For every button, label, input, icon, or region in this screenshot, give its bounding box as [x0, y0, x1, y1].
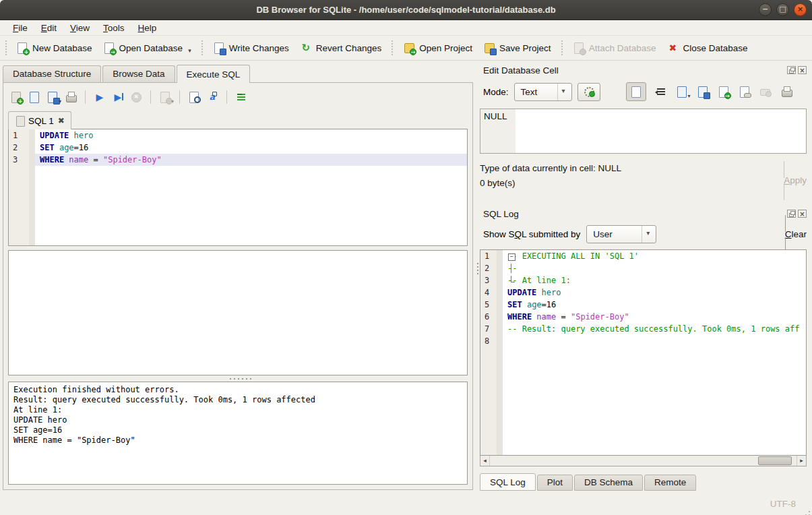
scroll-left-arrow-icon[interactable]: ◂: [480, 456, 490, 466]
save-cell-data-button[interactable]: [697, 86, 709, 98]
right-pane: Edit Database Cell Mode: Text ▾: [480, 61, 812, 494]
filter-label: Show SQL submitted by: [483, 229, 580, 239]
undock-panel-icon[interactable]: [787, 210, 796, 218]
results-message-splitter[interactable]: [8, 375, 468, 382]
menu-file[interactable]: File: [7, 22, 34, 34]
word-wrap-cell-button[interactable]: [655, 86, 667, 98]
scroll-right-arrow-icon[interactable]: ▸: [797, 456, 806, 466]
sql-log-view[interactable]: 1-- EXECUTING ALL IN 'SQL 1'2--3-- At li…: [480, 249, 807, 456]
open-project-button[interactable]: → Open Project: [398, 39, 478, 57]
open-sql-tab-button[interactable]: +: [10, 91, 22, 103]
window-title: DB Browser for SQLite - /home/user/code/…: [0, 5, 812, 15]
import-dropdown-caret-icon[interactable]: ▾: [688, 93, 691, 99]
open-sql-file-icon: [28, 91, 40, 103]
undock-panel-icon[interactable]: [787, 66, 796, 74]
mode-select[interactable]: Text: [514, 83, 572, 101]
statusbar: UTF-8: [0, 494, 812, 515]
save-sql-dropdown-caret-icon[interactable]: ▾: [59, 98, 61, 104]
save-project-button[interactable]: Save Project: [478, 39, 557, 57]
open-in-external-button[interactable]: [739, 86, 751, 98]
minimize-button[interactable]: −: [759, 3, 772, 16]
tab-database-structure[interactable]: Database Structure: [3, 65, 101, 82]
toolbar-drag-handle[interactable]: [5, 40, 8, 55]
code-line: 1-- EXECUTING ALL IN 'SQL 1': [480, 250, 806, 262]
revert-changes-button[interactable]: ↻ Revert Changes: [294, 39, 387, 57]
apply-cell-changes-button[interactable]: [577, 83, 600, 101]
export-cell-data-button[interactable]: →: [718, 86, 730, 98]
execute-all-button[interactable]: ▶: [94, 91, 106, 103]
sql-log-header: SQL Log: [480, 206, 807, 221]
print-sql-button[interactable]: [65, 91, 77, 103]
apply-button: Apply: [784, 161, 807, 200]
toolbar-separator: [179, 90, 180, 104]
code-line: 3-- At line 1:: [480, 274, 806, 286]
open-database-dropdown-caret-icon[interactable]: ▾: [188, 47, 191, 54]
save-sql-file-button[interactable]: ▾: [46, 91, 59, 103]
open-database-icon: →: [103, 42, 115, 54]
save-results-button: ▾: [159, 91, 171, 103]
close-database-button[interactable]: ✖ Close Database: [661, 39, 753, 57]
message-line: Result: query executed successfully. Too…: [13, 395, 462, 405]
close-button[interactable]: ×: [794, 3, 807, 16]
sql-1-tab[interactable]: SQL 1 ✖: [8, 111, 71, 129]
import-cell-data-button[interactable]: ▾: [676, 86, 688, 98]
submitted-by-select[interactable]: User: [586, 225, 656, 243]
code-line: 7-- Result: query executed successfully.…: [480, 323, 806, 335]
main-tab-bar: Database Structure Browse Data Execute S…: [3, 64, 476, 82]
dock-tab-sql-log[interactable]: SQL Log: [480, 473, 536, 491]
open-database-button[interactable]: → Open Database ▾: [98, 39, 197, 57]
close-database-label: Close Database: [683, 43, 747, 53]
cell-mode-row: Mode: Text ▾ →: [483, 82, 807, 101]
new-database-button[interactable]: + New Database: [11, 39, 98, 57]
tab-browse-data[interactable]: Browse Data: [102, 65, 175, 82]
code-line: 4UPDATE hero: [480, 286, 806, 299]
tab-execute-sql[interactable]: Execute SQL: [177, 65, 251, 83]
stop-execution-button: ✖: [130, 91, 142, 103]
auto-format-button[interactable]: a: [206, 91, 218, 103]
dock-tab-plot[interactable]: Plot: [537, 475, 573, 491]
cell-editor[interactable]: NULL: [480, 109, 807, 154]
close-sql-tab-icon[interactable]: ✖: [58, 116, 65, 125]
find-replace-button[interactable]: [188, 91, 200, 103]
message-pane[interactable]: Execution finished without errors.Result…: [8, 382, 468, 485]
import-file-icon: [676, 86, 688, 98]
sql-tab-bar: SQL 1 ✖: [8, 111, 468, 129]
attach-database-icon: [573, 42, 585, 54]
dock-tab-db-schema[interactable]: DB Schema: [574, 475, 643, 491]
menu-help[interactable]: Help: [132, 22, 163, 34]
app-window: DB Browser for SQLite - /home/user/code/…: [0, 0, 812, 515]
toolbar-separator: [561, 40, 563, 55]
chevron-down-icon: [642, 226, 656, 243]
sql-log-filter-row: Show SQL submitted by User Clear: [483, 224, 807, 244]
menubar: File Edit View Tools Help: [0, 20, 812, 36]
code-line: 5SET age=16: [480, 299, 806, 311]
results-grid[interactable]: [8, 250, 468, 375]
dock-tab-remote[interactable]: Remote: [644, 475, 696, 491]
resize-grip[interactable]: [809, 511, 810, 512]
open-sql-file-button[interactable]: [28, 91, 40, 103]
print-icon: [65, 91, 77, 103]
code-line: 2SET age=16: [9, 142, 467, 154]
menu-tools[interactable]: Tools: [97, 22, 131, 34]
sql-editor[interactable]: 1UPDATE hero2SET age=163WHERE name = "Sp…: [8, 129, 468, 246]
write-changes-button[interactable]: Write Changes: [208, 39, 294, 57]
message-line: Execution finished without errors.: [13, 385, 462, 395]
submitted-by-value: User: [587, 229, 619, 239]
message-line: UPDATE hero: [13, 415, 462, 425]
menu-edit[interactable]: Edit: [35, 22, 63, 34]
revert-changes-icon: ↻: [300, 42, 312, 54]
close-panel-icon[interactable]: [798, 66, 807, 74]
menu-view[interactable]: View: [64, 22, 96, 34]
clear-log-button[interactable]: Clear: [785, 215, 807, 254]
execute-current-line-button[interactable]: ▶: [112, 91, 124, 103]
text-mode-button[interactable]: [626, 82, 646, 101]
log-horizontal-scrollbar[interactable]: ◂ ▸: [480, 456, 807, 466]
maximize-button[interactable]: □: [776, 3, 789, 16]
scrollbar-thumb[interactable]: [758, 456, 792, 465]
close-panel-icon[interactable]: [798, 210, 807, 218]
save-project-label: Save Project: [499, 43, 551, 53]
print-cell-button[interactable]: [780, 86, 792, 98]
left-pane: Database Structure Browse Data Execute S…: [0, 61, 476, 494]
execute-sql-panel: + ▾ ▶ ▶ ✖ ▾ a: [3, 82, 473, 490]
word-wrap-button[interactable]: [235, 91, 247, 103]
